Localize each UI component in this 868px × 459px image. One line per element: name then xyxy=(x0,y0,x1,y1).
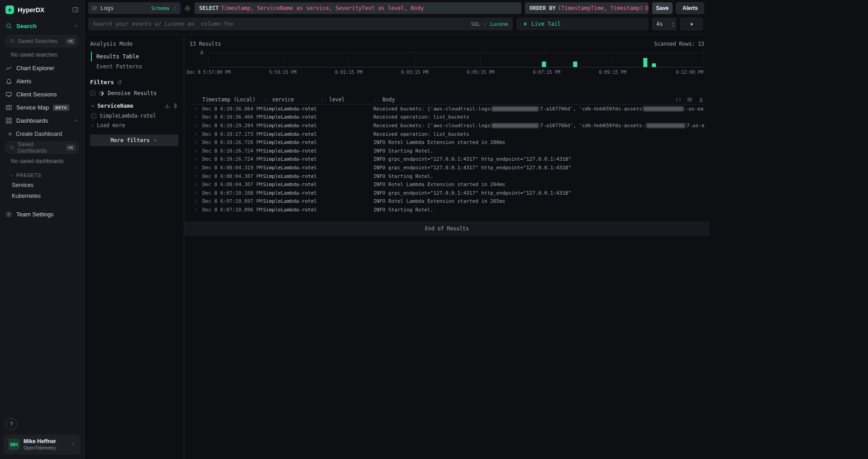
column-header-timestamp[interactable]: Timestamp (Local) xyxy=(202,96,263,103)
expand-row-icon[interactable] xyxy=(194,191,199,196)
help-button[interactable]: ? xyxy=(5,418,17,430)
saved-dashboards-input[interactable]: Saved Dashboards ⌘K xyxy=(5,142,79,153)
sidebar-item-client-sessions[interactable]: Client Sessions xyxy=(0,88,84,101)
event-search-input[interactable]: Search your events w/ Lucene ex. column:… xyxy=(88,18,513,30)
code-view-icon[interactable] xyxy=(675,96,682,103)
table-row[interactable]: Dec 8 6:10:27.173 PM SimpleLambda-rotel … xyxy=(190,130,704,139)
table-row[interactable]: Dec 8 6:08:04.307 PM SimpleLambda-rotel … xyxy=(190,172,704,181)
column-header-service[interactable]: ⋮⋮service xyxy=(263,96,320,103)
create-dashboard-button[interactable]: Create Dashboard xyxy=(0,127,84,140)
column-drag-handle[interactable]: ⋮⋮ xyxy=(320,97,326,102)
table-row[interactable]: Dec 8 6:10:36.466 PM SimpleLambda-rotel … xyxy=(190,113,704,122)
denoise-checkbox[interactable] xyxy=(90,91,95,96)
facet-value-checkbox[interactable] xyxy=(91,113,96,119)
table-row[interactable]: Dec 8 6:10:29.284 PM SimpleLambda-rotel … xyxy=(190,121,704,130)
user-menu[interactable]: MH Mike Heffner OpenTelemetry xyxy=(4,435,81,454)
expand-row-icon[interactable] xyxy=(194,132,199,137)
vertical-gridline xyxy=(481,53,481,68)
table-row[interactable]: Dec 8 6:08:04.319 PM SimpleLambda-rotel … xyxy=(190,163,704,172)
source-settings-gear-icon[interactable] xyxy=(184,5,191,12)
source-select[interactable]: Logs Schema xyxy=(88,2,181,14)
load-more-button[interactable]: Load more xyxy=(90,122,178,129)
expand-row-icon[interactable] xyxy=(194,140,199,145)
row-body: Received operation: list_buckets xyxy=(373,114,704,120)
x-tick-label: Dec 8 5:57:00 PM xyxy=(187,70,230,75)
save-button[interactable]: Save xyxy=(652,2,672,14)
preset-services[interactable]: Services xyxy=(0,180,84,191)
layers-icon xyxy=(91,5,97,11)
redacted-text xyxy=(643,106,684,111)
table-row[interactable]: Dec 8 6:10:26.724 PM SimpleLambda-rotel … xyxy=(190,155,704,164)
column-header-body[interactable]: ⋮⋮Body xyxy=(373,96,704,103)
download-icon[interactable] xyxy=(698,96,704,103)
expand-row-icon[interactable] xyxy=(194,106,199,111)
sql-toggle[interactable]: SQL xyxy=(471,21,480,27)
table-row[interactable]: Dec 8 6:10:36.864 PM SimpleLambda-rotel … xyxy=(190,105,704,113)
user-name: Mike Heffner xyxy=(24,438,67,445)
refresh-interval-stepper[interactable]: 4s ▲▼ xyxy=(652,18,677,30)
collapse-sidebar-icon[interactable] xyxy=(72,6,79,13)
expand-row-icon[interactable] xyxy=(194,174,199,179)
histogram-bar[interactable] xyxy=(652,63,656,67)
presets-toggle[interactable]: PRESETS xyxy=(0,168,84,180)
preset-kubernetes[interactable]: Kubernetes xyxy=(0,191,84,201)
table-row[interactable]: Dec 8 6:10:26.724 PM SimpleLambda-rotel … xyxy=(190,147,704,155)
saved-searches-input[interactable]: Saved Searches ⌘K xyxy=(5,35,79,47)
expand-row-icon[interactable] xyxy=(194,115,199,120)
alerts-button[interactable]: Alerts xyxy=(676,2,704,14)
bar-chart-icon[interactable] xyxy=(165,103,171,109)
stepper-arrows[interactable]: ▲▼ xyxy=(672,21,674,27)
expand-row-icon[interactable] xyxy=(194,199,199,204)
chevron-down-icon xyxy=(90,103,95,109)
sidebar-item-chart-explorer[interactable]: Chart Explorer xyxy=(0,62,84,75)
row-timestamp: Dec 8 6:10:26.724 PM xyxy=(202,148,263,154)
sidebar-item-search[interactable]: Search xyxy=(0,19,84,33)
run-query-button[interactable] xyxy=(680,18,703,30)
x-tick-label: 5:59:15 PM xyxy=(269,70,296,75)
mode-event-patterns[interactable]: Event Patterns xyxy=(91,62,178,72)
sidebar-item-alerts[interactable]: Alerts xyxy=(0,75,84,88)
refresh-icon[interactable] xyxy=(117,80,122,85)
histogram-bar[interactable] xyxy=(644,58,648,67)
table-row[interactable]: Dec 8 6:10:26.726 PM SimpleLambda-rotel … xyxy=(190,138,704,147)
schema-link[interactable]: Schema xyxy=(151,5,169,11)
histogram-bar[interactable] xyxy=(573,62,577,67)
vertical-gridline xyxy=(547,53,547,68)
sidebar-item-team-settings[interactable]: Team Settings xyxy=(0,208,84,221)
lucene-toggle[interactable]: Lucene xyxy=(490,21,508,27)
live-tail-button[interactable]: Live Tail xyxy=(516,18,649,30)
vertical-gridline xyxy=(349,53,349,68)
column-drag-handle[interactable]: ⋮⋮ xyxy=(263,97,269,102)
pin-icon[interactable] xyxy=(172,103,178,109)
table-row[interactable]: Dec 8 6:07:10.108 PM SimpleLambda-rotel … xyxy=(190,189,704,197)
load-more-label: Load more xyxy=(97,122,125,129)
sidebar-item-dashboards[interactable]: Dashboards xyxy=(0,114,84,127)
column-header-level[interactable]: ⋮⋮level xyxy=(320,96,373,103)
histogram-bar[interactable] xyxy=(542,62,546,67)
table-row[interactable]: Dec 8 6:07:10.097 PM SimpleLambda-rotel … xyxy=(190,197,704,206)
more-filters-button[interactable]: More filters xyxy=(90,134,178,146)
mode-results-table[interactable]: Results Table xyxy=(91,52,178,62)
orderby-query-input[interactable]: ORDER BY (TimestampTime, Timestamp) DESC xyxy=(525,2,649,14)
orderby-keyword: ORDER BY xyxy=(529,5,556,11)
expand-row-icon[interactable] xyxy=(194,123,199,128)
expand-row-icon[interactable] xyxy=(194,148,199,153)
vertical-gridline xyxy=(415,53,415,68)
facet-value-row[interactable]: SimpleLambda-rotel xyxy=(90,113,178,119)
sidebar-item-service-map[interactable]: Service Map BETA xyxy=(0,101,84,114)
table-row[interactable]: Dec 8 6:08:04.307 PM SimpleLambda-rotel … xyxy=(190,180,704,189)
app-title: HyperDX xyxy=(18,6,68,14)
select-query-input[interactable]: SELECT Timestamp, ServiceName as service… xyxy=(195,2,521,14)
denoise-results-option[interactable]: Denoise Results xyxy=(90,90,178,96)
table-row[interactable]: Dec 8 6:07:10.096 PM SimpleLambda-rotel … xyxy=(190,206,704,214)
row-density-icon[interactable] xyxy=(687,96,693,103)
row-body: Received operation: list_buckets xyxy=(373,131,704,137)
facet-servicename[interactable]: ServiceName xyxy=(90,103,178,109)
column-drag-handle[interactable]: ⋮⋮ xyxy=(373,97,380,102)
expand-row-icon[interactable] xyxy=(194,165,199,170)
nav-label: Team Settings xyxy=(16,211,53,218)
expand-row-icon[interactable] xyxy=(194,157,199,162)
lightning-bolt-icon xyxy=(523,21,528,27)
expand-row-icon[interactable] xyxy=(194,207,199,212)
expand-row-icon[interactable] xyxy=(194,182,199,187)
